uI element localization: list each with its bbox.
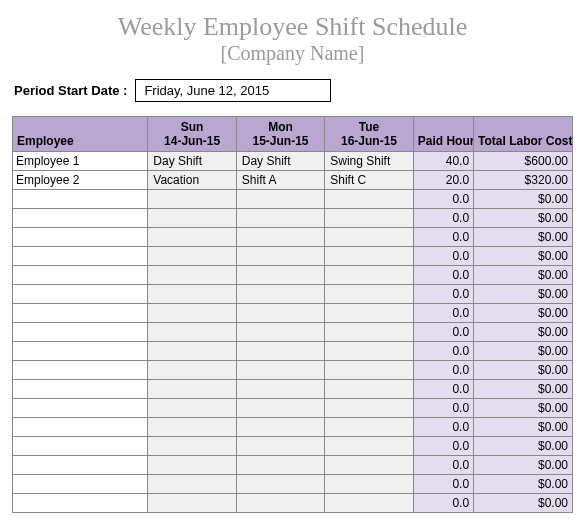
- shift-cell[interactable]: [236, 418, 324, 437]
- shift-cell[interactable]: Swing Shift: [325, 152, 413, 171]
- shift-cell[interactable]: [148, 494, 236, 513]
- shift-cell[interactable]: [325, 456, 413, 475]
- labor-cost-cell: $0.00: [474, 323, 573, 342]
- shift-cell[interactable]: Shift A: [236, 171, 324, 190]
- shift-cell[interactable]: [148, 342, 236, 361]
- employee-cell[interactable]: [13, 304, 148, 323]
- shift-cell[interactable]: [236, 266, 324, 285]
- shift-cell[interactable]: [236, 437, 324, 456]
- employee-cell[interactable]: [13, 285, 148, 304]
- shift-cell[interactable]: [325, 228, 413, 247]
- table-row: 0.0$0.00: [13, 361, 573, 380]
- shift-cell[interactable]: [148, 190, 236, 209]
- employee-cell[interactable]: [13, 418, 148, 437]
- shift-cell[interactable]: [325, 361, 413, 380]
- shift-cell[interactable]: [148, 247, 236, 266]
- shift-cell[interactable]: [325, 285, 413, 304]
- labor-cost-cell: $0.00: [474, 209, 573, 228]
- shift-cell[interactable]: [325, 266, 413, 285]
- shift-cell[interactable]: [236, 304, 324, 323]
- employee-cell[interactable]: Employee 1: [13, 152, 148, 171]
- employee-cell[interactable]: [13, 456, 148, 475]
- employee-cell[interactable]: [13, 342, 148, 361]
- period-label: Period Start Date :: [14, 83, 127, 98]
- employee-cell[interactable]: [13, 247, 148, 266]
- shift-cell[interactable]: [148, 228, 236, 247]
- shift-cell[interactable]: [148, 266, 236, 285]
- shift-cell[interactable]: [236, 228, 324, 247]
- shift-cell[interactable]: [236, 361, 324, 380]
- col-paid-hours: Paid Hours: [413, 117, 473, 152]
- labor-cost-cell: $0.00: [474, 304, 573, 323]
- shift-cell[interactable]: [148, 418, 236, 437]
- paid-hours-cell: 0.0: [413, 247, 473, 266]
- shift-cell[interactable]: [325, 209, 413, 228]
- shift-cell[interactable]: [148, 380, 236, 399]
- shift-cell[interactable]: [236, 380, 324, 399]
- employee-cell[interactable]: [13, 380, 148, 399]
- paid-hours-cell: 0.0: [413, 399, 473, 418]
- paid-hours-cell: 0.0: [413, 494, 473, 513]
- shift-cell[interactable]: Shift C: [325, 171, 413, 190]
- shift-cell[interactable]: [236, 285, 324, 304]
- shift-cell[interactable]: [325, 342, 413, 361]
- employee-cell[interactable]: [13, 209, 148, 228]
- employee-cell[interactable]: [13, 266, 148, 285]
- shift-cell[interactable]: [148, 399, 236, 418]
- labor-cost-cell: $0.00: [474, 342, 573, 361]
- shift-cell[interactable]: [325, 494, 413, 513]
- shift-cell[interactable]: [236, 247, 324, 266]
- shift-cell[interactable]: [236, 494, 324, 513]
- employee-cell[interactable]: [13, 190, 148, 209]
- paid-hours-cell: 0.0: [413, 475, 473, 494]
- col-day-2: Tue 16-Jun-15: [325, 117, 413, 152]
- shift-cell[interactable]: [148, 304, 236, 323]
- shift-cell[interactable]: [236, 342, 324, 361]
- shift-cell[interactable]: Vacation: [148, 171, 236, 190]
- table-row: 0.0$0.00: [13, 323, 573, 342]
- labor-cost-cell: $600.00: [474, 152, 573, 171]
- employee-cell[interactable]: [13, 437, 148, 456]
- shift-cell[interactable]: [236, 190, 324, 209]
- period-start-date-input[interactable]: [135, 79, 331, 102]
- shift-cell[interactable]: [236, 323, 324, 342]
- shift-cell[interactable]: [325, 323, 413, 342]
- shift-cell[interactable]: [148, 209, 236, 228]
- labor-cost-cell: $0.00: [474, 190, 573, 209]
- paid-hours-cell: 0.0: [413, 342, 473, 361]
- employee-cell[interactable]: [13, 494, 148, 513]
- shift-cell[interactable]: [325, 380, 413, 399]
- col-day-0: Sun 14-Jun-15: [148, 117, 236, 152]
- shift-cell[interactable]: [325, 190, 413, 209]
- paid-hours-cell: 20.0: [413, 171, 473, 190]
- shift-cell[interactable]: [236, 475, 324, 494]
- employee-cell[interactable]: [13, 475, 148, 494]
- shift-cell[interactable]: [148, 323, 236, 342]
- table-row: 0.0$0.00: [13, 304, 573, 323]
- employee-cell[interactable]: Employee 2: [13, 171, 148, 190]
- col-employee: Employee: [13, 117, 148, 152]
- shift-cell[interactable]: [148, 285, 236, 304]
- shift-cell[interactable]: [148, 475, 236, 494]
- employee-cell[interactable]: [13, 361, 148, 380]
- shift-cell[interactable]: [236, 399, 324, 418]
- shift-cell[interactable]: Day Shift: [236, 152, 324, 171]
- shift-cell[interactable]: [148, 437, 236, 456]
- paid-hours-cell: 0.0: [413, 418, 473, 437]
- shift-cell[interactable]: [325, 437, 413, 456]
- employee-cell[interactable]: [13, 323, 148, 342]
- shift-cell[interactable]: [148, 361, 236, 380]
- shift-cell[interactable]: [148, 456, 236, 475]
- employee-cell[interactable]: [13, 228, 148, 247]
- shift-cell[interactable]: [236, 456, 324, 475]
- shift-cell[interactable]: [325, 418, 413, 437]
- shift-cell[interactable]: [236, 209, 324, 228]
- shift-cell[interactable]: [325, 475, 413, 494]
- shift-cell[interactable]: [325, 247, 413, 266]
- shift-cell[interactable]: [325, 304, 413, 323]
- labor-cost-cell: $0.00: [474, 247, 573, 266]
- table-row: 0.0$0.00: [13, 266, 573, 285]
- shift-cell[interactable]: Day Shift: [148, 152, 236, 171]
- shift-cell[interactable]: [325, 399, 413, 418]
- employee-cell[interactable]: [13, 399, 148, 418]
